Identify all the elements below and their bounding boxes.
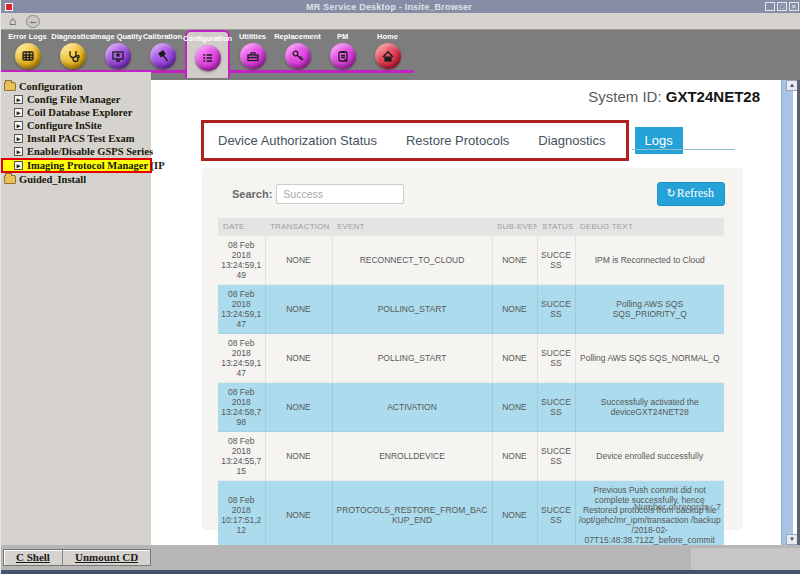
- toolbar-item-label: Error Logs: [8, 32, 46, 41]
- replacement-icon: [285, 43, 311, 69]
- sidebar-item-label: Configure InSite: [27, 120, 102, 131]
- cell-date: 08 Feb 201813:24:59,149: [218, 236, 265, 285]
- sidebar-item-label: Config File Manager: [27, 94, 120, 105]
- maximize-button[interactable]: □: [777, 2, 787, 11]
- toolbar-item-replacement[interactable]: Replacement: [275, 30, 320, 72]
- system-id-label: System ID:: [588, 88, 661, 105]
- tab-device-authorization-status[interactable]: Device Authorization Status: [218, 133, 377, 148]
- records-count: Number of records : 7: [634, 502, 721, 512]
- sidebar-item-config-file-manager[interactable]: ▸Config File Manager: [1, 93, 151, 106]
- diagnostics-icon: [60, 43, 86, 69]
- back-icon[interactable]: ←: [26, 15, 40, 28]
- pm-icon: [330, 43, 356, 69]
- toolbar-item-calibration[interactable]: Calibration: [140, 30, 185, 72]
- toolbar-item-label: Image Quality: [93, 32, 142, 41]
- toolbar-item-error-logs[interactable]: Error Logs: [5, 30, 50, 72]
- table-row[interactable]: 08 Feb 201813:24:55,715NONEENROLLDEVICEN…: [218, 432, 724, 481]
- document-icon: ▸: [14, 134, 23, 143]
- window-title: MR Service Desktop - Insite_Browser: [13, 2, 765, 12]
- cell-date: 08 Feb 201813:24:55,715: [218, 432, 265, 481]
- cell-date: 08 Feb 201813:24:58,798: [218, 383, 265, 432]
- cell-status: SUCCESS: [537, 334, 575, 383]
- sidebar-item-coil-database-explorer[interactable]: ▸Coil Database Explorer: [1, 106, 151, 119]
- cell-transaction-id: NONE: [265, 236, 332, 285]
- toolbar-item-image-quality[interactable]: Image Quality: [95, 30, 140, 72]
- cell-sub-event: NONE: [492, 383, 537, 432]
- table-header-row: DATETRANSACTION IDEVENTSUB-EVENTSTATUSDE…: [218, 218, 724, 236]
- sidebar-item-enable-disable-gsps-series[interactable]: ▸Enable/Disable GSPS Series: [1, 145, 151, 158]
- toolbar-item-diagnostics[interactable]: Diagnostics: [50, 30, 95, 72]
- table-row[interactable]: 08 Feb 201813:24:58,798NONEACTIVATIONNON…: [218, 383, 724, 432]
- cell-sub-event: NONE: [492, 285, 537, 334]
- cell-event: ENROLLDEVICE: [332, 432, 492, 481]
- sidebar-item-configure-insite[interactable]: ▸Configure InSite: [1, 119, 151, 132]
- unmount-cd-button[interactable]: Unmount CD: [63, 550, 150, 565]
- table-row[interactable]: 08 Feb 201810:17:51,212NONEPROTOCOLS_RES…: [218, 481, 724, 550]
- toolbar-item-utilities[interactable]: Utilities: [230, 30, 275, 72]
- document-icon: ▸: [14, 108, 23, 117]
- cell-sub-event: NONE: [492, 432, 537, 481]
- minimize-button[interactable]: _: [765, 2, 775, 11]
- cell-debug-text: Device enrolled successfully: [575, 432, 724, 481]
- toolbar-item-label: Calibration: [143, 32, 182, 41]
- close-button[interactable]: ✕: [789, 2, 799, 11]
- footer-bottom-line: [1, 570, 800, 574]
- sidebar-item-configuration[interactable]: Configuration: [1, 80, 151, 93]
- vertical-scrollbar[interactable]: [781, 80, 793, 545]
- refresh-button[interactable]: ↻Refresh: [657, 182, 725, 206]
- search-input[interactable]: [276, 184, 404, 204]
- footer-right-panel: [691, 548, 800, 570]
- shell-button-group: C ShellUnmount CD: [3, 549, 151, 566]
- cell-event: POLLING_START: [332, 285, 492, 334]
- tab-restore-protocols[interactable]: Restore Protocols: [406, 133, 509, 148]
- column-header-status: STATUS: [537, 218, 575, 236]
- search-label: Search:: [232, 188, 272, 200]
- footer-bar: C ShellUnmount CD: [1, 545, 800, 574]
- sidebar-tree: Configuration▸Config File Manager▸Coil D…: [1, 72, 151, 545]
- toolbar-item-label: Utilities: [239, 32, 266, 41]
- cell-debug-text: Polling AWS SQS SQS_PRIORITY_Q: [575, 285, 724, 334]
- menu-strip: ⌂ ←: [1, 13, 800, 30]
- table-row[interactable]: 08 Feb 201813:24:59,147NONEPOLLING_START…: [218, 285, 724, 334]
- table-row[interactable]: 08 Feb 201813:24:59,147NONEPOLLING_START…: [218, 334, 724, 383]
- cell-transaction-id: NONE: [265, 334, 332, 383]
- home-icon: [375, 43, 401, 69]
- cell-sub-event: NONE: [492, 236, 537, 285]
- cell-status: SUCCESS: [537, 481, 575, 550]
- sidebar-item-imaging-protocol-manager-ip[interactable]: ▸Imaging Protocol Manager (IP: [1, 158, 152, 173]
- cell-event: PROTOCOLS_RESTORE_FROM_BACKUP_END: [332, 481, 492, 550]
- sidebar-item-install-pacs-test-exam[interactable]: ▸Install PACS Test Exam: [1, 132, 151, 145]
- system-id: System ID: GXT24NET28: [588, 88, 760, 105]
- cell-sub-event: NONE: [492, 334, 537, 383]
- cell-event: RECONNECT_TO_CLOUD: [332, 236, 492, 285]
- calibration-icon: [150, 43, 176, 69]
- column-header-debug-text: DEBUG TEXT: [575, 218, 724, 236]
- toolbar-item-pm[interactable]: PM: [320, 30, 365, 72]
- sidebar-item-label: Coil Database Explorer: [27, 107, 132, 118]
- cell-event: POLLING_START: [332, 334, 492, 383]
- app-window: MR Service Desktop - Insite_Browser _ □ …: [0, 0, 800, 574]
- document-icon: ▸: [14, 147, 23, 156]
- toolbar-item-label: Configuration: [183, 34, 232, 43]
- system-id-value: GXT24NET28: [666, 88, 760, 105]
- c-shell-button[interactable]: C Shell: [4, 550, 63, 565]
- cell-transaction-id: NONE: [265, 383, 332, 432]
- cell-transaction-id: NONE: [265, 432, 332, 481]
- search-row: Search: ↻Refresh: [202, 168, 743, 206]
- toolbar-item-home[interactable]: Home: [365, 30, 410, 72]
- tab-diagnostics[interactable]: Diagnostics: [538, 133, 605, 148]
- utilities-icon: [240, 43, 266, 69]
- home-nav-icon[interactable]: ⌂: [9, 14, 16, 28]
- sidebar-item-label: Imaging Protocol Manager (IP: [27, 160, 165, 171]
- image-quality-icon: [105, 43, 131, 69]
- cell-status: SUCCESS: [537, 236, 575, 285]
- cell-date: 08 Feb 201813:24:59,147: [218, 285, 265, 334]
- sidebar-item-guided-install[interactable]: Guided_Install: [1, 173, 151, 186]
- refresh-icon: ↻: [666, 187, 675, 199]
- cell-date: 08 Feb 201810:17:51,212: [218, 481, 265, 550]
- toolbar-item-configuration[interactable]: Configuration: [185, 30, 230, 78]
- folder-icon: [4, 175, 16, 184]
- cell-sub-event: NONE: [492, 481, 537, 550]
- cell-debug-text: IPM is Reconnected to Cloud: [575, 236, 724, 285]
- table-row[interactable]: 08 Feb 201813:24:59,149NONERECONNECT_TO_…: [218, 236, 724, 285]
